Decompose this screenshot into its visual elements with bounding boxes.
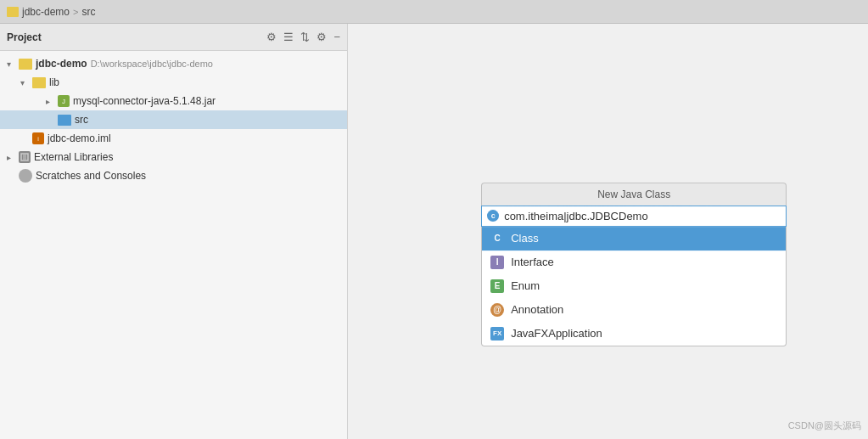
settings-icon[interactable]: ⚙ bbox=[266, 31, 277, 43]
sidebar-tree: jdbc-demo D:\workspace\jdbc\jdbc-demo li… bbox=[0, 51, 347, 439]
sidebar-header: Project ⚙ ☰ ⇅ ⚙ − bbox=[0, 24, 347, 51]
list-item-label: Enum bbox=[511, 279, 540, 292]
project-path: D:\workspace\jdbc\jdbc-demo bbox=[91, 59, 213, 69]
list-item-label: Interface bbox=[511, 256, 554, 268]
list-item-javafx[interactable]: FX JavaFXApplication bbox=[482, 322, 786, 346]
tree-item-label: src bbox=[75, 114, 88, 126]
annotation-type-icon: @ bbox=[490, 303, 504, 317]
sidebar-toolbar: ⚙ ☰ ⇅ ⚙ − bbox=[266, 31, 340, 43]
tree-item-mysql-jar[interactable]: J mysql-connector-java-5.1.48.jar bbox=[0, 92, 347, 110]
tree-item-label: mysql-connector-java-5.1.48.jar bbox=[73, 95, 216, 107]
tree-item-label: lib bbox=[49, 76, 59, 88]
interface-type-icon: I bbox=[490, 256, 504, 269]
ext-lib-icon bbox=[19, 151, 31, 163]
gear-icon[interactable]: ⚙ bbox=[316, 31, 327, 43]
arrow-icon bbox=[7, 59, 19, 69]
folder-icon bbox=[19, 59, 32, 70]
list-item-class[interactable]: C Class bbox=[482, 227, 786, 250]
list-icon[interactable]: ☰ bbox=[283, 31, 294, 43]
arrow-icon bbox=[7, 153, 19, 162]
project-name: jdbc-demo bbox=[36, 58, 87, 70]
tree-item-jdbc-demo[interactable]: jdbc-demo D:\workspace\jdbc\jdbc-demo bbox=[0, 54, 347, 73]
list-item-label: Class bbox=[511, 232, 539, 245]
class-name-input[interactable] bbox=[504, 210, 781, 222]
iml-icon: i bbox=[32, 132, 44, 144]
list-item-label: Annotation bbox=[511, 303, 563, 316]
arrow-icon bbox=[20, 78, 32, 87]
scratch-icon bbox=[19, 169, 32, 183]
breadcrumb-separator: > bbox=[73, 7, 78, 17]
tree-item-label: jdbc-demo.iml bbox=[48, 132, 111, 144]
main-layout: Project ⚙ ☰ ⇅ ⚙ − jdbc-demo D:\workspace… bbox=[0, 24, 868, 439]
javafx-type-icon: FX bbox=[490, 327, 504, 341]
sidebar-title: Project bbox=[7, 31, 42, 43]
folder-icon bbox=[32, 77, 46, 88]
folder-icon bbox=[7, 7, 19, 17]
class-type-icon: C bbox=[490, 232, 504, 245]
list-item-enum[interactable]: E Enum bbox=[482, 274, 786, 298]
sidebar: Project ⚙ ☰ ⇅ ⚙ − jdbc-demo D:\workspace… bbox=[0, 24, 348, 439]
titlebar: jdbc-demo > src bbox=[0, 0, 868, 24]
list-item-interface[interactable]: I Interface bbox=[482, 250, 786, 274]
watermark: CSDN@圆头源码 bbox=[788, 419, 861, 432]
tree-item-lib[interactable]: lib bbox=[0, 73, 347, 92]
right-area: Search Everywhere Double Shift New Java … bbox=[348, 24, 868, 439]
tree-item-ext-lib[interactable]: External Libraries bbox=[0, 148, 347, 166]
dialog-header: New Java Class bbox=[481, 183, 787, 205]
breadcrumb-folder: src bbox=[81, 6, 95, 18]
watermark-text: CSDN@圆头源码 bbox=[788, 420, 861, 431]
sort-icon[interactable]: ⇅ bbox=[300, 31, 310, 43]
src-folder-icon bbox=[58, 115, 71, 126]
class-icon: c bbox=[487, 210, 499, 222]
new-java-class-dialog: New Java Class c C Class I Interface bbox=[481, 183, 787, 346]
tree-item-label: Scratches and Consoles bbox=[36, 170, 146, 182]
dialog-list: C Class I Interface E Enum @ Annotation bbox=[481, 227, 787, 346]
breadcrumb-project: jdbc-demo bbox=[22, 6, 70, 18]
list-item-label: JavaFXApplication bbox=[511, 327, 602, 340]
jar-icon: J bbox=[58, 95, 70, 107]
list-item-annotation[interactable]: @ Annotation bbox=[482, 298, 786, 322]
tree-item-scratches[interactable]: Scratches and Consoles bbox=[0, 166, 347, 185]
tree-item-src[interactable]: src bbox=[0, 110, 347, 129]
enum-type-icon: E bbox=[490, 279, 504, 293]
dialog-input-row[interactable]: c bbox=[481, 205, 787, 227]
breadcrumb: jdbc-demo > src bbox=[7, 6, 95, 18]
dialog-title: New Java Class bbox=[597, 189, 670, 200]
tree-item-label: External Libraries bbox=[34, 151, 113, 163]
tree-item-iml[interactable]: i jdbc-demo.iml bbox=[0, 129, 347, 148]
arrow-icon bbox=[46, 97, 58, 106]
minus-icon[interactable]: − bbox=[333, 31, 340, 43]
